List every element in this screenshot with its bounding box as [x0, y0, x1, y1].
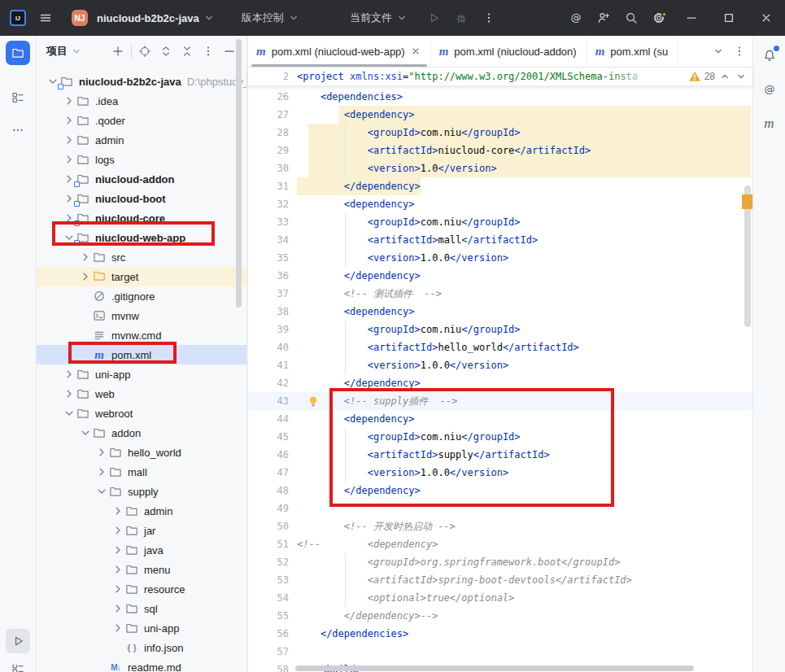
chevron-collapsed-icon[interactable]: [63, 387, 76, 400]
select-opened-file-button[interactable]: [134, 41, 155, 62]
line-number[interactable]: 35: [248, 249, 297, 267]
chevron-collapsed-icon[interactable]: [111, 583, 124, 596]
line-number[interactable]: 51: [248, 535, 297, 553]
line-number[interactable]: 28: [248, 124, 297, 142]
code-editor[interactable]: 26 <dependencies>27 <dependency>28 <grou…: [248, 86, 752, 672]
chevron-expanded-icon[interactable]: [95, 485, 108, 498]
tree-item-web[interactable]: web: [37, 384, 246, 404]
line-number[interactable]: 46: [248, 446, 297, 464]
previous-warning-button[interactable]: [718, 70, 731, 83]
more-actions-button[interactable]: [475, 6, 503, 30]
code-line-44[interactable]: 44 <dependency>: [248, 410, 752, 428]
line-number[interactable]: 33: [248, 213, 297, 231]
code-line-42[interactable]: 42 </dependency>: [248, 374, 752, 392]
line-number[interactable]: 30: [248, 159, 297, 177]
close-tab-icon[interactable]: [411, 46, 421, 56]
tab-options-button[interactable]: [730, 41, 749, 61]
code-line-49[interactable]: 49: [248, 500, 752, 517]
project-widget[interactable]: NJ niucloud-b2b2c-java: [67, 5, 220, 31]
tree-item-supply[interactable]: supply: [37, 482, 246, 501]
line-number[interactable]: 34: [248, 231, 297, 249]
tree-item-java[interactable]: java: [37, 540, 246, 560]
line-number[interactable]: 58: [248, 661, 297, 672]
tree-item--gitignore[interactable]: .gitignore: [37, 286, 246, 306]
editor-tab-2[interactable]: mpom.xml (su: [587, 36, 678, 67]
tree-item-sql[interactable]: sql: [37, 599, 246, 618]
run-button[interactable]: [420, 6, 447, 30]
tree-item-pom-xml[interactable]: mpom.xml: [37, 345, 246, 364]
code-line-47[interactable]: 47 <version>1.0.0</version>: [248, 464, 752, 482]
vcs-widget[interactable]: 版本控制: [237, 6, 305, 30]
notifications-button[interactable]: [760, 46, 779, 65]
code-line-40[interactable]: 40 <artifactId>hello_world</artifactId>: [248, 338, 752, 356]
tree-item-resource[interactable]: resource: [37, 579, 246, 599]
code-line-51[interactable]: 51<!-- <dependency>: [248, 535, 752, 553]
line-number[interactable]: 43: [248, 392, 297, 410]
tree-item-addon[interactable]: addon: [37, 423, 246, 443]
run-tool-window-button[interactable]: [6, 629, 30, 653]
code-line-32[interactable]: 32 <dependency>: [248, 195, 752, 213]
code-line-41[interactable]: 41 <version>1.0.0</version>: [248, 356, 752, 374]
run-configuration-widget[interactable]: 当前文件: [350, 11, 408, 25]
code-with-me-icon[interactable]: [590, 6, 617, 30]
structure-tool-window-button[interactable]: [11, 91, 24, 104]
maximize-button[interactable]: [710, 0, 748, 36]
expand-all-button[interactable]: [155, 41, 177, 62]
line-number[interactable]: 44: [248, 410, 297, 428]
main-menu-button[interactable]: [39, 11, 52, 24]
editor-horizontal-scrollbar[interactable]: [295, 665, 694, 671]
code-line-55[interactable]: 55 </dependency>-->: [248, 607, 752, 625]
tree-item-jar[interactable]: jar: [37, 521, 246, 540]
tree-item-uni-app[interactable]: uni-app: [37, 618, 246, 638]
code-line-28[interactable]: 28 <groupId>com.niu</groupId>: [248, 124, 752, 142]
maven-tool-window-button[interactable]: m: [760, 114, 779, 133]
tree-item--qoder[interactable]: .qoder: [37, 111, 246, 130]
next-warning-button[interactable]: [735, 70, 748, 83]
line-number[interactable]: 27: [248, 106, 297, 124]
tree-item-niucloud-addon[interactable]: niucloud-addon: [37, 169, 246, 189]
minimize-button[interactable]: [673, 0, 710, 36]
tree-item-hello-world[interactable]: hello_world: [37, 443, 246, 462]
line-number[interactable]: 52: [248, 553, 297, 571]
tree-item-webroot[interactable]: webroot: [37, 404, 246, 423]
search-everywhere-icon[interactable]: [617, 6, 645, 30]
tree-scrollbar[interactable]: [236, 39, 242, 308]
line-number[interactable]: 56: [248, 625, 297, 643]
line-number[interactable]: 50: [248, 517, 297, 535]
code-line-45[interactable]: 45 <groupId>com.niu</groupId>: [248, 428, 752, 446]
ai-chat-tool-window-button[interactable]: @: [760, 80, 779, 99]
line-number[interactable]: 31: [248, 177, 297, 195]
code-line-48[interactable]: 48 </dependency>: [248, 482, 752, 500]
chevron-collapsed-icon[interactable]: [111, 524, 124, 537]
line-number[interactable]: 54: [248, 589, 297, 607]
line-number[interactable]: 47: [248, 464, 297, 482]
line-number[interactable]: 37: [248, 285, 297, 303]
add-button[interactable]: [107, 41, 129, 62]
line-number[interactable]: 55: [248, 607, 297, 625]
panel-options-button[interactable]: [198, 41, 219, 62]
chevron-collapsed-icon[interactable]: [111, 602, 124, 615]
line-number[interactable]: 26: [248, 88, 297, 106]
collapse-all-button[interactable]: [177, 41, 198, 62]
close-button[interactable]: [748, 0, 785, 36]
debug-button[interactable]: [447, 6, 475, 30]
show-hidden-tabs-button[interactable]: [709, 41, 728, 61]
chevron-collapsed-icon[interactable]: [63, 114, 76, 127]
tree-item-src[interactable]: src: [37, 247, 246, 267]
chevron-collapsed-icon[interactable]: [95, 446, 108, 459]
chevron-collapsed-icon[interactable]: [63, 153, 76, 166]
tree-item-mvnw-cmd[interactable]: mvnw.cmd: [37, 325, 246, 345]
chevron-collapsed-icon[interactable]: [63, 133, 76, 146]
settings-button[interactable]: [645, 6, 673, 30]
chevron-collapsed-icon[interactable]: [79, 251, 92, 264]
tree-item-readme-md[interactable]: M↓readme.md: [37, 657, 246, 672]
code-line-30[interactable]: 30 <version>1.0</version>: [248, 159, 752, 177]
code-line-46[interactable]: 46 <artifactId>supply</artifactId>: [248, 446, 752, 464]
line-number[interactable]: 53: [248, 571, 297, 589]
tree-item-mvnw[interactable]: mvnw: [37, 306, 246, 325]
editor-tab-1[interactable]: mpom.xml (niucloud-addon): [431, 36, 587, 67]
sticky-line[interactable]: 2 <project xmlns:xsi="http://www.w3.org/…: [248, 68, 752, 86]
line-number[interactable]: 39: [248, 321, 297, 338]
tree-item-uni-app[interactable]: uni-app: [37, 364, 246, 384]
inspections-widget[interactable]: 28: [685, 68, 748, 85]
